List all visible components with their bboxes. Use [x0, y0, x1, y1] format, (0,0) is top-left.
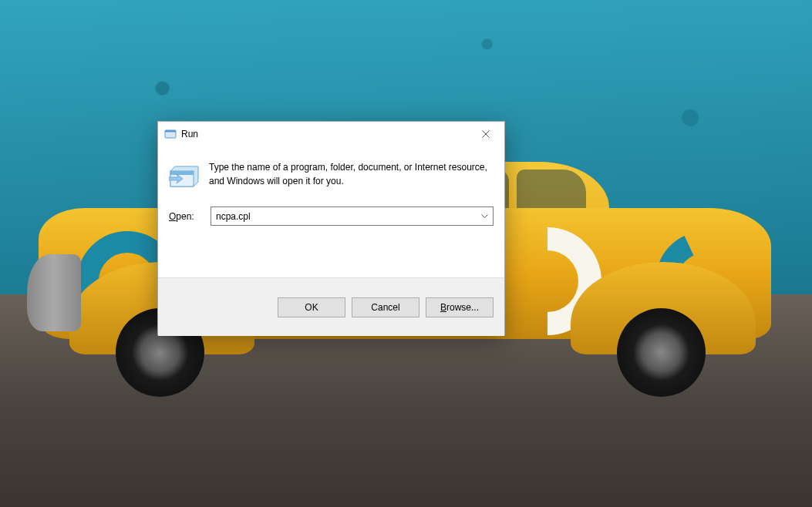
dialog-title: Run	[181, 129, 468, 139]
browse-button[interactable]: Browse...	[426, 297, 494, 317]
dialog-description: Type the name of a program, folder, docu…	[209, 160, 494, 188]
info-row: Type the name of a program, folder, docu…	[169, 160, 494, 190]
open-row: Open:	[169, 206, 494, 226]
open-combobox[interactable]	[211, 206, 494, 226]
close-icon	[482, 130, 490, 138]
run-titlebar-icon	[164, 128, 177, 140]
ok-button[interactable]: OK	[278, 297, 345, 317]
dialog-footer: OK Cancel Browse...	[158, 277, 504, 336]
chevron-down-icon	[481, 214, 488, 218]
dialog-body: Type the name of a program, folder, docu…	[158, 146, 504, 277]
combobox-dropdown-button[interactable]	[476, 207, 493, 225]
open-input[interactable]	[211, 206, 494, 226]
cancel-button[interactable]: Cancel	[352, 297, 419, 317]
svg-rect-1	[165, 130, 176, 133]
close-button[interactable]	[468, 123, 503, 146]
run-dialog: Run Type the name of a program, folder, …	[157, 121, 505, 335]
titlebar[interactable]: Run	[158, 122, 504, 146]
open-label: Open:	[169, 211, 201, 222]
run-program-icon	[169, 162, 200, 190]
svg-rect-5	[170, 171, 194, 175]
